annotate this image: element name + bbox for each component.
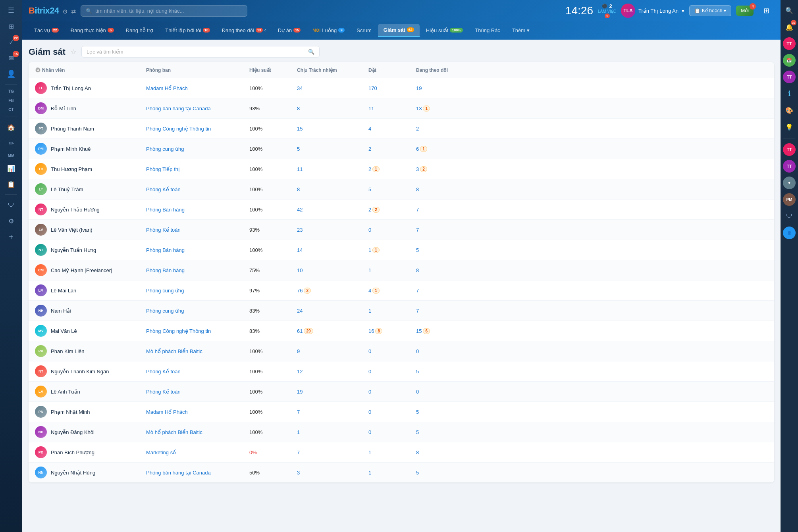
th-employee: ⚙ Nhân viên xyxy=(35,66,146,74)
follow-cell: 8 xyxy=(416,186,480,192)
dept-link[interactable]: Madam Hổ Phách xyxy=(146,85,188,91)
dept-link[interactable]: Marketing số xyxy=(146,449,176,455)
dept-cell[interactable]: Phòng Kế toán xyxy=(146,369,249,375)
dept-cell[interactable]: Phòng cung ứng xyxy=(146,146,249,152)
tg-item[interactable]: TG xyxy=(3,88,19,95)
tab-in-progress[interactable]: Đang thực hiện 6 xyxy=(65,24,120,36)
search-submit-icon[interactable]: 🔍 xyxy=(308,49,314,55)
tasks-icon[interactable]: ✓ 22 xyxy=(3,35,19,49)
dept-cell[interactable]: Mò hổ phách Biển Baltic xyxy=(146,429,249,435)
dept-link[interactable]: Phòng Tiếp thị xyxy=(146,166,180,172)
settings-icon[interactable]: ⚙ xyxy=(3,214,19,228)
resp-cell: 7 xyxy=(297,449,368,455)
crm-icon[interactable]: 🏠 xyxy=(3,120,19,134)
follow-cell: 8 xyxy=(416,449,480,455)
chart-icon[interactable]: 📊 xyxy=(3,161,19,175)
rs-user-icon[interactable]: 👤 xyxy=(782,226,796,240)
rs-avatar-1[interactable]: TT xyxy=(782,142,796,157)
ct-item[interactable]: CT xyxy=(3,106,19,113)
tab-trash[interactable]: Thùng Rác xyxy=(469,24,506,36)
tab-badge-watching: 13 xyxy=(256,28,263,33)
dept-cell[interactable]: Phòng Kế toán xyxy=(146,227,249,233)
rs-search-icon[interactable]: 🔍 xyxy=(782,3,796,17)
hamburger-icon[interactable]: ☰ xyxy=(3,3,19,17)
shield-icon[interactable]: 🛡 xyxy=(3,198,19,212)
home-icon[interactable]: ⊞ xyxy=(3,19,19,33)
rs-bulb-icon[interactable]: 💡 xyxy=(782,120,796,134)
dept-link[interactable]: Phòng cung ứng xyxy=(146,288,184,294)
column-settings-icon[interactable]: ⚙ xyxy=(35,66,40,74)
dept-link[interactable]: Phòng Bán hàng xyxy=(146,247,185,253)
tab-project[interactable]: Dự án 15 xyxy=(272,24,306,36)
dept-cell[interactable]: Phòng Kế toán xyxy=(146,186,249,192)
contacts-icon[interactable]: 👤 xyxy=(3,67,19,81)
dept-cell[interactable]: Mò hổ phách Biển Baltic xyxy=(146,348,249,354)
favorite-icon[interactable]: ☆ xyxy=(70,48,77,56)
rs-users-icon[interactable]: TT xyxy=(782,36,796,51)
dept-cell[interactable]: Phòng Công nghệ Thông tin xyxy=(146,328,249,334)
tab-monitor[interactable]: Giám sát 62 xyxy=(378,24,420,37)
rs-calendar-icon[interactable]: 📅 xyxy=(782,53,796,67)
dept-cell[interactable]: Phòng cung ứng xyxy=(146,288,249,294)
dept-link[interactable]: Phòng Công nghệ Thông tin xyxy=(146,126,211,132)
mm-item[interactable]: MM xyxy=(3,152,19,159)
dept-link[interactable]: Mò hổ phách Biển Baltic xyxy=(146,429,202,435)
dept-link[interactable]: Phòng Bán hàng xyxy=(146,207,185,213)
tab-badge-flow: 9 xyxy=(338,28,345,33)
topbar-extra-icon[interactable]: ⊞ xyxy=(758,4,774,18)
filter-search-input[interactable] xyxy=(87,49,305,55)
dept-link[interactable]: Phòng cung ứng xyxy=(146,308,184,314)
tab-scrum[interactable]: Scrum xyxy=(351,24,377,36)
topbar-user[interactable]: TLA Trần Thị Long An ▾ xyxy=(621,4,684,18)
dept-cell[interactable]: Marketing số xyxy=(146,449,249,455)
follow-cell: 5 xyxy=(416,470,480,476)
report-icon[interactable]: 📋 xyxy=(3,177,19,191)
tab-performance[interactable]: Hiệu suất 100% xyxy=(420,24,469,36)
dept-link[interactable]: Phòng Kế toán xyxy=(146,369,181,375)
messages-icon[interactable]: ✉ 15 xyxy=(3,51,19,65)
dept-cell[interactable]: Phòng bán hàng tại Canada xyxy=(146,470,249,476)
dept-link[interactable]: Phòng Kế toán xyxy=(146,389,181,395)
plus-icon[interactable]: + xyxy=(3,230,19,244)
dept-link[interactable]: Phòng Bán hàng xyxy=(146,267,185,273)
dept-cell[interactable]: Madam Hổ Phách xyxy=(146,409,249,415)
plan-button[interactable]: 📋 Kế hoạch ▾ xyxy=(689,5,731,16)
tab-setup[interactable]: Thiết lập bởi tôi 10 xyxy=(160,24,216,36)
rs-info-icon[interactable]: ℹ xyxy=(782,86,796,101)
dept-link[interactable]: Phòng Kế toán xyxy=(146,186,181,192)
tab-tasks[interactable]: Tác vụ 22 xyxy=(29,24,64,36)
rs-avatar-4[interactable]: PM xyxy=(782,192,796,207)
dept-cell[interactable]: Phòng Bán hàng xyxy=(146,267,249,273)
dept-link[interactable]: Mò hổ phách Biển Baltic xyxy=(146,348,202,354)
dept-link[interactable]: Phòng Kế toán xyxy=(146,227,181,233)
topbar-search[interactable]: 🔍 xyxy=(81,5,247,17)
rs-avatar-3[interactable]: • xyxy=(782,176,796,190)
dept-link[interactable]: Phòng cung ứng xyxy=(146,146,184,152)
dept-link[interactable]: Phòng Công nghệ Thông tin xyxy=(146,328,211,334)
dept-cell[interactable]: Phòng Kế toán xyxy=(146,389,249,395)
tab-watching[interactable]: Đang theo dõi 13 ‹ xyxy=(216,24,272,36)
dept-cell[interactable]: Phòng bán hàng tại Canada xyxy=(146,106,249,111)
rs-shield-icon[interactable]: 🛡 xyxy=(782,209,796,223)
tab-flow[interactable]: MỚI Luồng 9 xyxy=(307,24,350,36)
rs-avatar-2[interactable]: TT xyxy=(782,159,796,173)
tab-more[interactable]: Thêm ▾ xyxy=(507,24,535,36)
rs-tt-avatar[interactable]: TT xyxy=(782,70,796,84)
dept-cell[interactable]: Phòng Công nghệ Thông tin xyxy=(146,126,249,132)
dept-cell[interactable]: Phòng Bán hàng xyxy=(146,247,249,253)
dept-link[interactable]: Madam Hổ Phách xyxy=(146,409,188,415)
rs-color-icon[interactable]: 🎨 xyxy=(782,103,796,117)
dept-cell[interactable]: Phòng Tiếp thị xyxy=(146,166,249,172)
dept-cell[interactable]: Phòng Bán hàng xyxy=(146,207,249,213)
new-button[interactable]: Mới 4 xyxy=(736,6,754,16)
fb-item[interactable]: FB xyxy=(3,97,19,104)
rs-bell-icon[interactable]: 🔔 33 xyxy=(782,20,796,34)
dept-link[interactable]: Phòng bán hàng tại Canada xyxy=(146,470,211,476)
dept-cell[interactable]: Madam Hổ Phách xyxy=(146,85,249,91)
search-input[interactable] xyxy=(95,8,242,14)
dept-link[interactable]: Phòng bán hàng tại Canada xyxy=(146,106,211,111)
dept-cell[interactable]: Phòng cung ứng xyxy=(146,308,249,314)
edit-icon[interactable]: ✏ xyxy=(3,136,19,150)
tab-support[interactable]: Đang hỗ trợ xyxy=(120,24,159,36)
search-bar[interactable]: 🔍 xyxy=(81,46,320,58)
